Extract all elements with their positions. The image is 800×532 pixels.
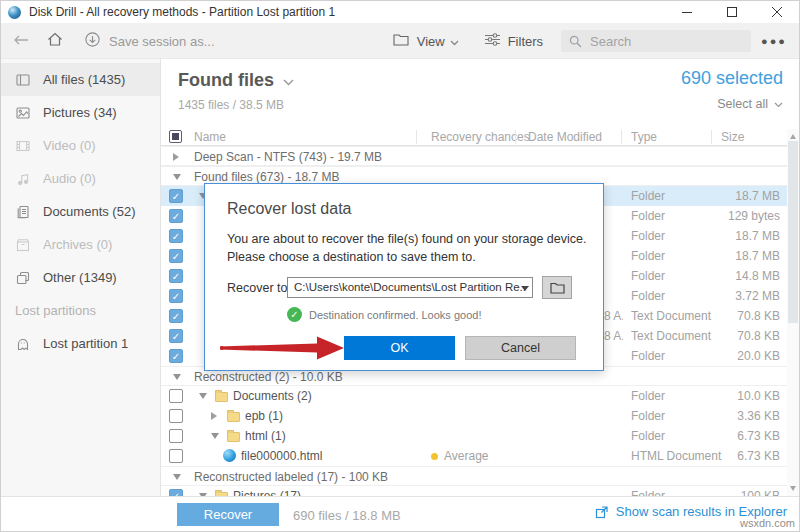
expander-icon[interactable] bbox=[173, 153, 179, 161]
row-checkbox[interactable]: ✓ bbox=[169, 309, 183, 323]
table-row[interactable]: html (1)Folder6.73 KB bbox=[161, 426, 790, 446]
sidebar-item-lost-partition-1[interactable]: Lost partition 1 bbox=[1, 327, 160, 360]
file-size: 6.73 KB bbox=[690, 446, 780, 466]
recover-to-label: Recover to bbox=[227, 281, 287, 295]
row-checkbox[interactable]: ✓ bbox=[169, 249, 183, 263]
recover-button[interactable]: Recover bbox=[177, 503, 279, 526]
sidebar-item-pictures-34[interactable]: Pictures (34) bbox=[1, 96, 160, 129]
row-checkbox[interactable]: ✓ bbox=[169, 289, 183, 303]
file-type: Folder bbox=[631, 246, 665, 266]
expander-icon[interactable] bbox=[173, 474, 181, 480]
scroll-down-icon[interactable] bbox=[790, 486, 796, 491]
browse-folder-button[interactable] bbox=[542, 276, 572, 299]
column-header-size[interactable]: Size bbox=[721, 129, 744, 145]
expander-icon[interactable] bbox=[173, 374, 181, 380]
more-options-button[interactable]: ●●● bbox=[761, 35, 787, 47]
save-session-label[interactable]: Save session as... bbox=[109, 34, 215, 49]
watermark: wsxdn.com bbox=[740, 517, 795, 529]
filters-button[interactable]: Filters bbox=[508, 34, 543, 49]
close-icon bbox=[772, 7, 782, 17]
page-title: Found files bbox=[178, 70, 274, 91]
expander-icon[interactable] bbox=[173, 174, 181, 180]
select-all-checkbox[interactable] bbox=[169, 130, 182, 143]
file-type: Folder bbox=[631, 206, 665, 226]
sidebar-item-label: All files (1435) bbox=[43, 72, 125, 87]
row-checkbox[interactable] bbox=[169, 409, 183, 423]
view-button[interactable]: View bbox=[417, 34, 445, 49]
vertical-scrollbar[interactable] bbox=[787, 129, 799, 496]
dialog-title: Recover lost data bbox=[227, 200, 352, 218]
home-button[interactable] bbox=[47, 32, 63, 51]
ok-button[interactable]: OK bbox=[344, 336, 455, 360]
titlebar: Disk Drill - All recovery methods - Part… bbox=[1, 1, 799, 23]
selected-count: 690 selected bbox=[681, 68, 783, 89]
destination-path-combobox[interactable]: C:\Users\konte\Documents\Lost Partition … bbox=[287, 277, 533, 298]
back-button[interactable] bbox=[13, 32, 29, 50]
chevron-down-icon bbox=[450, 32, 459, 50]
column-header-date-modified[interactable]: Date Modified bbox=[528, 129, 602, 145]
row-checkbox[interactable]: ✓ bbox=[169, 209, 183, 223]
column-divider bbox=[621, 130, 622, 144]
file-size: 18.7 MB bbox=[690, 226, 780, 246]
search-input[interactable] bbox=[588, 33, 728, 50]
row-checkbox[interactable]: ✓ bbox=[169, 229, 183, 243]
window-title: Disk Drill - All recovery methods - Part… bbox=[29, 5, 335, 19]
cancel-button[interactable]: Cancel bbox=[465, 336, 576, 360]
row-checkbox[interactable]: ✓ bbox=[169, 189, 183, 203]
file-type: Folder bbox=[631, 386, 665, 406]
recover-lost-data-dialog: Recover lost data You are about to recov… bbox=[204, 183, 604, 371]
column-header-name[interactable]: Name bbox=[194, 129, 226, 145]
expander-icon[interactable] bbox=[199, 393, 207, 399]
maximize-icon bbox=[727, 7, 737, 17]
group-row[interactable]: Reconstructed labeled (17) - 100 KB bbox=[161, 466, 790, 486]
minimize-button[interactable] bbox=[664, 1, 709, 23]
column-divider bbox=[416, 130, 417, 144]
row-checkbox[interactable]: ✓ bbox=[169, 489, 183, 496]
toolbar: Save session as... View Filters ●●● bbox=[1, 23, 799, 59]
sidebar-item-all-files-1435[interactable]: All files (1435) bbox=[1, 63, 160, 96]
row-checkbox[interactable] bbox=[169, 429, 183, 443]
search-box[interactable] bbox=[561, 30, 751, 52]
video-icon bbox=[15, 138, 31, 154]
found-files-dropdown[interactable]: Found files bbox=[178, 70, 294, 91]
save-session-button[interactable] bbox=[85, 32, 100, 51]
table-row[interactable]: file000000.htmlAverageHTML Document6.73 … bbox=[161, 446, 790, 466]
sidebar-item-other-1349[interactable]: Other (1349) bbox=[1, 261, 160, 294]
select-all-dropdown[interactable]: Select all bbox=[717, 97, 783, 111]
folder-icon bbox=[215, 392, 228, 402]
table-row[interactable]: ✓Pictures (17)Folder100 KB bbox=[161, 486, 790, 496]
all-files-icon bbox=[15, 72, 31, 88]
sidebar-item-label: Audio (0) bbox=[43, 171, 96, 186]
column-header-type[interactable]: Type bbox=[631, 129, 657, 145]
group-row[interactable]: Deep Scan - NTFS (743) - 19.7 MB bbox=[161, 146, 790, 166]
table-row[interactable]: Documents (2)Folder10.0 KB bbox=[161, 386, 790, 406]
maximize-button[interactable] bbox=[709, 1, 754, 23]
app-logo-icon bbox=[8, 6, 21, 19]
recovery-chance: Average bbox=[431, 446, 488, 466]
chevron-down-icon bbox=[283, 70, 294, 91]
sidebar-item-label: Archives (0) bbox=[43, 237, 112, 252]
close-button[interactable] bbox=[754, 1, 799, 23]
sidebar-item-documents-52[interactable]: Documents (52) bbox=[1, 195, 160, 228]
expander-icon[interactable] bbox=[211, 412, 217, 420]
file-type: Folder bbox=[631, 426, 665, 446]
row-checkbox[interactable]: ✓ bbox=[169, 349, 183, 363]
sidebar-item-label: Other (1349) bbox=[43, 270, 117, 285]
expander-icon[interactable] bbox=[211, 433, 219, 439]
row-checkbox[interactable] bbox=[169, 449, 183, 463]
scrollbar-thumb[interactable] bbox=[788, 141, 798, 323]
sidebar-item-audio-0[interactable]: Audio (0) bbox=[1, 162, 160, 195]
scroll-up-icon[interactable] bbox=[790, 134, 796, 139]
sidebar-item-video-0[interactable]: Video (0) bbox=[1, 129, 160, 162]
row-checkbox[interactable]: ✓ bbox=[169, 329, 183, 343]
sidebar-item-archives-0[interactable]: Archives (0) bbox=[1, 228, 160, 261]
arrow-left-icon bbox=[13, 34, 29, 46]
file-size: 14.8 MB bbox=[690, 266, 780, 286]
row-checkbox[interactable] bbox=[169, 389, 183, 403]
sidebar-item-label: Documents (52) bbox=[43, 204, 135, 219]
destination-path-value: C:\Users\konte\Documents\Lost Partition … bbox=[294, 281, 526, 293]
file-name: Documents (2) bbox=[233, 386, 312, 406]
table-row[interactable]: epb (1)Folder3.36 KB bbox=[161, 406, 790, 426]
row-checkbox[interactable]: ✓ bbox=[169, 269, 183, 283]
file-size: 3.72 MB bbox=[690, 286, 780, 306]
